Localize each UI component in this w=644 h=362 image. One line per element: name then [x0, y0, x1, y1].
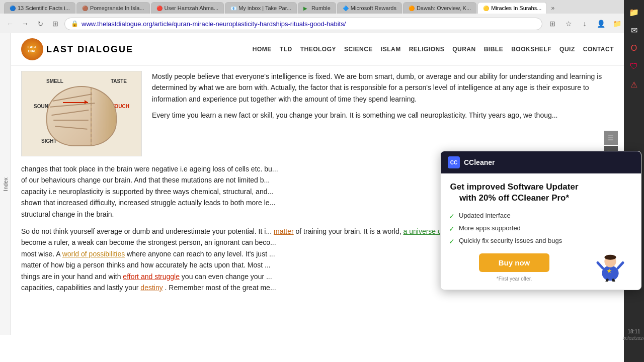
smell-label: SMELL — [46, 78, 63, 84]
popup-main-title: Get improved Software Updater with 20% o… — [449, 182, 580, 204]
tab-label: Rumble — [311, 5, 331, 11]
back-button[interactable]: ← — [4, 18, 16, 30]
site-header: LASTDIAL LAST DIALOGUE HOME TLD THEOLOGY… — [11, 33, 624, 66]
tab-label: Dawah: Overview, K... — [417, 5, 471, 11]
svg-line-3 — [598, 263, 603, 268]
check-icon-2: ✓ — [449, 225, 455, 233]
sidebar-folder-icon[interactable]: 📁 — [626, 4, 642, 20]
tab-favicon: 🟤 — [82, 6, 88, 11]
tab-favicon: 🟠 — [409, 6, 415, 11]
browser-chrome: 🔵 13 Scientific Facts i... 🟤 Pomegranate… — [0, 0, 644, 34]
check-icon-1: ✓ — [449, 212, 455, 220]
buy-button[interactable]: Buy now — [479, 253, 549, 272]
refresh-button[interactable]: ↻ — [34, 18, 46, 30]
tab-miracles[interactable]: 🟡 Miracles In Surahs... — [477, 2, 547, 14]
tab-user-hamzah[interactable]: 🔴 User Hamzah Ahma... — [151, 2, 224, 14]
sidebar-opera-icon[interactable]: O — [626, 40, 642, 56]
popup-footnote: *First year offer. — [449, 276, 580, 282]
tab-inbox[interactable]: 📧 My inbox | Take Par... — [225, 2, 297, 14]
popup-text-section: Get improved Software Updater with 20% o… — [449, 182, 580, 282]
collection-button[interactable]: 📁 — [610, 17, 624, 31]
tab-label: My inbox | Take Par... — [238, 5, 291, 11]
downloads-button[interactable]: ↓ — [578, 17, 592, 31]
nav-tld[interactable]: TLD — [280, 46, 292, 53]
tab-label: Miracles In Surahs... — [491, 5, 541, 11]
popup-body: Get improved Software Updater with 20% o… — [441, 173, 641, 290]
article-body: SMELL TASTE SOUND TOUCH SIGHT — [11, 66, 624, 161]
sidebar-time: 18:11 20/02/2024 — [622, 328, 644, 342]
tab-pomegranate[interactable]: 🟤 Pomegranate In Isla... — [76, 2, 150, 14]
tab-favicon-rumble: ▶ — [303, 6, 309, 11]
link-destiny[interactable]: destiny — [140, 284, 163, 292]
nav-islam[interactable]: ISLAM — [381, 46, 401, 53]
content-menu-icon[interactable]: ☰ — [604, 131, 618, 145]
link-matter[interactable]: matter — [274, 227, 294, 235]
link-world-possibilities[interactable]: world of possibilities — [62, 250, 125, 258]
nav-contact[interactable]: CONTACT — [583, 46, 614, 53]
check-icon-3: ✓ — [449, 237, 455, 245]
logo-circle: LASTDIAL — [21, 38, 43, 60]
paragraph-2: Every time you learn a new fact or skill… — [152, 110, 614, 121]
svg-point-2 — [604, 255, 616, 260]
nav-bible[interactable]: BIBLE — [484, 46, 504, 53]
index-label: Index — [3, 177, 9, 191]
nav-quran[interactable]: QURAN — [452, 46, 476, 53]
article-image: SMELL TASTE SOUND TOUCH SIGHT — [21, 71, 142, 156]
sidebar-security-icon[interactable]: 🛡 — [626, 58, 642, 74]
popup-header: CC CCleaner — [441, 151, 641, 173]
nav-home[interactable]: HOME — [253, 46, 272, 53]
nav-bookshelf[interactable]: BOOKSHELF — [511, 46, 551, 53]
ccleaner-popup: CC CCleaner Get improved Software Update… — [440, 151, 641, 290]
tab-label: User Hamzah Ahma... — [165, 5, 219, 11]
tabs-bar: 🔵 13 Scientific Facts i... 🟤 Pomegranate… — [0, 0, 644, 14]
article-intro-text: Mostly people believe that everyone's in… — [152, 71, 614, 156]
address-bar[interactable]: 🔒 www.thelastdialogue.org/article/quran-… — [64, 18, 542, 30]
feature-3: ✓ Quickly fix security issues and bugs — [449, 237, 580, 245]
popup-features: ✓ Updated interface ✓ More apps supporte… — [449, 212, 580, 245]
popup-title: CCleaner — [464, 158, 495, 166]
forward-icon: → — [22, 20, 29, 28]
svg-line-4 — [618, 263, 623, 268]
bookmark-button[interactable]: ☆ — [561, 17, 576, 31]
left-sidebar[interactable]: Index — [0, 33, 11, 335]
tab-label: Pomegranate In Isla... — [90, 5, 144, 11]
logo-text: LAST DIALOGUE — [46, 44, 133, 55]
grid-button[interactable]: ⊞ — [49, 18, 61, 30]
tab-13-scientific[interactable]: 🔵 13 Scientific Facts i... — [4, 2, 75, 14]
nav-theology[interactable]: THEOLOGY — [300, 46, 336, 53]
refresh-icon: ↻ — [38, 20, 43, 28]
extensions-button[interactable]: ⊞ — [545, 17, 559, 31]
taste-label: TASTE — [111, 78, 127, 84]
svg-line-5 — [605, 280, 607, 282]
sidebar-antivirus-icon[interactable]: ⚠ — [626, 76, 642, 93]
tab-label: 13 Scientific Facts i... — [18, 5, 70, 11]
tab-favicon: 🔴 — [156, 6, 163, 11]
link-effort[interactable]: effort and struggle — [123, 273, 180, 281]
tab-favicon: 🔵 — [10, 6, 16, 11]
sidebar-mail-icon[interactable]: ✉ — [626, 22, 642, 38]
tab-microsoft-rewards[interactable]: 🔷 Microsoft Rewards — [337, 2, 402, 14]
lock-icon: 🔒 — [71, 20, 78, 27]
tab-favicon: 📧 — [230, 6, 236, 11]
tab-favicon: 🔷 — [343, 6, 349, 11]
tab-dawah[interactable]: 🟠 Dawah: Overview, K... — [403, 2, 476, 14]
profile-button[interactable]: 👤 — [594, 17, 608, 31]
tab-favicon: 🟡 — [483, 6, 489, 11]
grid-icon: ⊞ — [52, 20, 58, 28]
site-nav: HOME TLD THEOLOGY SCIENCE ISLAM RELIGION… — [253, 46, 614, 53]
tabs-overflow-button[interactable]: » — [548, 3, 557, 14]
figure-svg: ★ — [590, 231, 630, 282]
svg-line-6 — [613, 280, 615, 282]
paragraph-1: Mostly people believe that everyone's in… — [152, 71, 614, 105]
nav-religions[interactable]: RELIGIONS — [409, 46, 445, 53]
svg-text:★: ★ — [606, 267, 612, 275]
nav-quiz[interactable]: QUIZ — [559, 46, 575, 53]
url-text: www.thelastdialogue.org/article/quran-mi… — [82, 20, 536, 28]
tab-label: Microsoft Rewards — [351, 5, 396, 11]
tab-rumble[interactable]: ▶ Rumble — [298, 2, 336, 14]
nav-science[interactable]: SCIENCE — [344, 46, 373, 53]
brain-diagram: SMELL TASTE SOUND TOUCH SIGHT — [31, 76, 132, 151]
feature-2: ✓ More apps supported — [449, 224, 580, 233]
forward-button[interactable]: → — [19, 18, 31, 30]
popup-illustration: ★ — [588, 182, 633, 282]
